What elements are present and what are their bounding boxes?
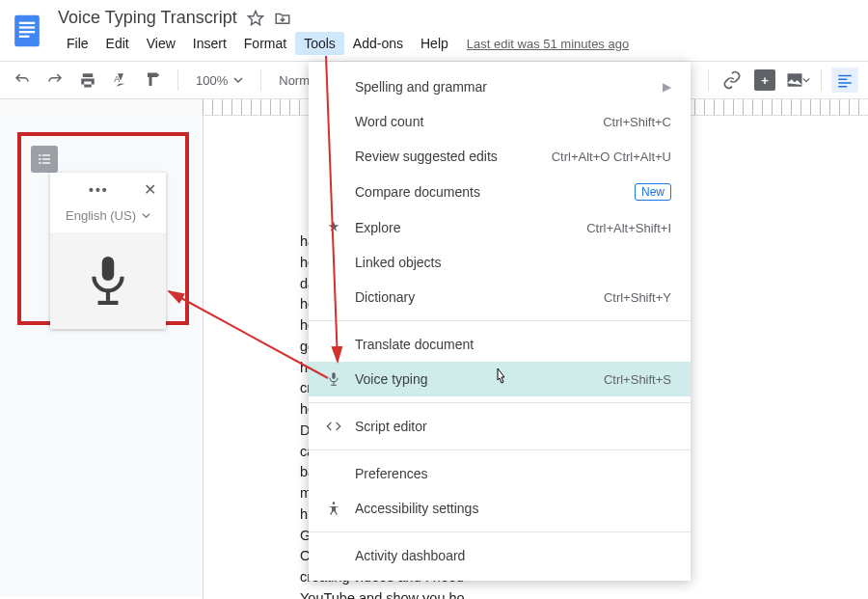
menu-format[interactable]: Format — [235, 32, 295, 55]
menu-explore[interactable]: Explore Ctrl+Alt+Shift+I — [309, 210, 691, 245]
print-icon[interactable] — [75, 68, 100, 93]
add-comment-icon[interactable]: + — [751, 68, 778, 93]
svg-rect-17 — [42, 162, 50, 163]
submenu-arrow-icon: ▶ — [663, 80, 671, 94]
svg-rect-8 — [838, 75, 852, 77]
menu-word-count[interactable]: Word count Ctrl+Shift+C — [309, 104, 691, 139]
menu-linked-objects[interactable]: Linked objects — [309, 245, 691, 280]
menu-accessibility[interactable]: Accessibility settings — [309, 491, 691, 526]
close-icon[interactable]: ✕ — [144, 180, 156, 199]
svg-rect-1 — [19, 22, 35, 24]
chevron-down-icon — [142, 211, 150, 220]
svg-text:A: A — [114, 74, 120, 84]
svg-rect-2 — [19, 26, 35, 28]
svg-rect-9 — [838, 79, 847, 81]
svg-marker-5 — [248, 11, 262, 24]
menu-edit[interactable]: Edit — [97, 32, 138, 55]
redo-icon[interactable] — [42, 68, 68, 93]
menu-preferences[interactable]: Preferences — [309, 456, 691, 491]
undo-icon[interactable] — [10, 68, 35, 93]
menu-help[interactable]: Help — [412, 32, 457, 55]
svg-rect-13 — [42, 154, 50, 155]
menu-compare-documents[interactable]: Compare documents New — [309, 174, 691, 210]
insert-link-icon[interactable] — [719, 68, 746, 93]
svg-rect-14 — [39, 158, 41, 159]
zoom-selector[interactable]: 100% — [190, 73, 249, 88]
svg-rect-10 — [838, 82, 852, 84]
svg-rect-12 — [39, 154, 41, 155]
annotation-highlight-box: ••• ✕ English (US) — [17, 132, 189, 325]
menu-addons[interactable]: Add-ons — [344, 32, 412, 55]
chevron-down-icon — [233, 75, 243, 85]
accessibility-icon — [324, 501, 343, 516]
outline-toggle-icon[interactable] — [31, 146, 58, 173]
menu-spelling-grammar[interactable]: Spelling and grammar ▶ — [309, 69, 691, 104]
menu-script-editor[interactable]: Script editor — [309, 409, 691, 444]
new-badge: New — [635, 183, 671, 201]
menu-voice-typing[interactable]: Voice typing Ctrl+Shift+S — [309, 362, 691, 396]
menu-review-suggested-edits[interactable]: Review suggested edits Ctrl+Alt+O Ctrl+A… — [309, 139, 691, 174]
microphone-icon — [324, 371, 343, 387]
explore-icon — [324, 220, 343, 235]
align-left-icon[interactable] — [831, 68, 858, 93]
svg-rect-21 — [332, 372, 335, 379]
svg-rect-22 — [333, 382, 334, 385]
svg-rect-15 — [42, 158, 50, 159]
svg-point-24 — [333, 502, 336, 504]
menu-insert[interactable]: Insert — [184, 32, 235, 55]
insert-image-icon[interactable] — [784, 68, 811, 93]
code-icon — [324, 419, 343, 434]
menu-tools[interactable]: Tools — [295, 32, 344, 55]
svg-rect-23 — [331, 385, 337, 386]
svg-rect-16 — [39, 162, 41, 163]
voice-typing-panel[interactable]: ••• ✕ English (US) — [50, 173, 166, 329]
language-selector[interactable]: English (US) — [50, 206, 166, 232]
docs-logo-icon[interactable] — [10, 8, 44, 54]
more-options-icon[interactable]: ••• — [89, 182, 109, 198]
spellcheck-icon[interactable]: A — [108, 68, 133, 93]
microphone-button[interactable] — [50, 232, 166, 329]
paint-format-icon[interactable] — [141, 68, 166, 93]
svg-rect-4 — [19, 36, 30, 38]
svg-rect-19 — [106, 290, 110, 300]
menu-dictionary[interactable]: Dictionary Ctrl+Shift+Y — [309, 280, 691, 314]
menu-file[interactable]: File — [58, 32, 97, 55]
tools-dropdown-menu: Spelling and grammar ▶ Word count Ctrl+S… — [309, 62, 691, 581]
svg-rect-20 — [98, 301, 119, 305]
menu-bar: File Edit View Insert Format Tools Add-o… — [58, 32, 858, 55]
svg-rect-11 — [838, 86, 847, 88]
menu-activity-dashboard[interactable]: Activity dashboard — [309, 538, 691, 573]
document-title[interactable]: Voice Typing Transcript — [58, 8, 237, 28]
svg-rect-18 — [102, 257, 115, 281]
star-icon[interactable] — [247, 10, 264, 27]
menu-translate-document[interactable]: Translate document — [309, 327, 691, 362]
svg-rect-3 — [19, 31, 35, 33]
menu-view[interactable]: View — [138, 32, 184, 55]
last-edit-link[interactable]: Last edit was 51 minutes ago — [467, 37, 629, 51]
move-folder-icon[interactable] — [274, 10, 291, 27]
